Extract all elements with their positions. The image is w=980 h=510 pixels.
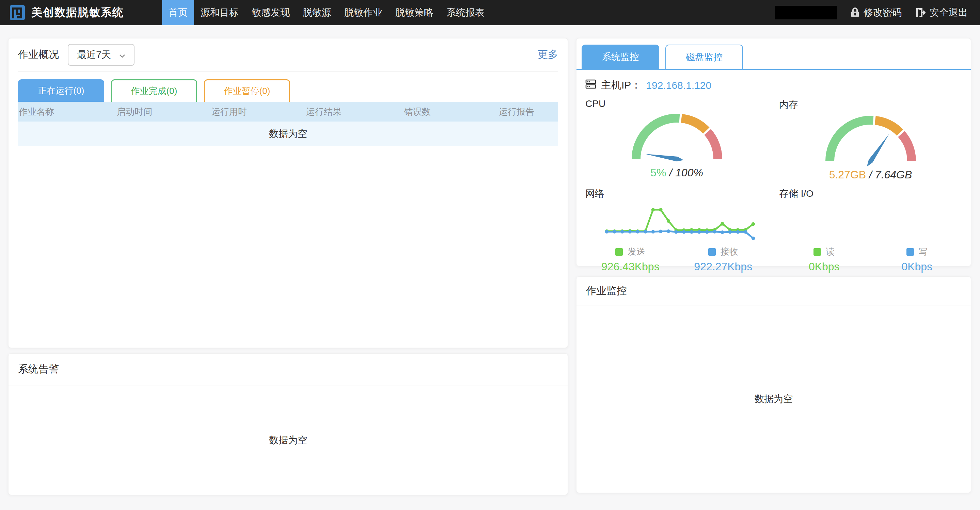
more-link[interactable]: 更多 — [538, 48, 558, 62]
right-column: 系统监控磁盘监控 主机IP： 192.168.1.120 CPU 5% / 10… — [576, 38, 971, 493]
job-status-tab-1[interactable]: 作业完成(0) — [111, 79, 197, 102]
net_line-legend-1: 接收922.27Kbps — [677, 246, 770, 273]
nav-item-2[interactable]: 敏感发现 — [245, 0, 296, 25]
system-alerts-panel: 系统告警 数据为空 — [8, 353, 568, 495]
logout-label: 安全退出 — [930, 6, 968, 19]
storage-io-label: 存储 I/O — [779, 187, 963, 200]
navbar-right: 修改密码 安全退出 — [775, 0, 968, 25]
monitor-tab-1[interactable]: 磁盘监控 — [665, 44, 743, 69]
legend-swatch-icon — [813, 248, 821, 256]
nav-item-1[interactable]: 源和目标 — [194, 0, 245, 25]
left-column: 作业概况 最近7天 更多 正在运行(0)作业完成(0)作业暂停(0) 作业名称启… — [8, 38, 568, 495]
legend-swatch-icon — [615, 248, 623, 256]
nav-item-3[interactable]: 脱敏源 — [296, 0, 338, 25]
job-table-empty-row: 数据为空 — [18, 122, 558, 146]
job-status-tab-0[interactable]: 正在运行(0) — [18, 79, 104, 102]
io_line-legend-1: 写0Kbps — [871, 246, 964, 273]
server-icon — [585, 79, 596, 92]
network-chart-cell: 网络 发送926.43Kbps接收922.27Kbps — [584, 181, 770, 273]
job-monitor-header: 作业监控 — [576, 277, 971, 305]
network-label: 网络 — [585, 187, 770, 200]
chevron-down-icon — [119, 49, 125, 60]
system-alerts-header: 系统告警 — [8, 354, 568, 385]
job-table-col-3: 运行结果 — [305, 106, 404, 118]
monitor-panel: 系统监控磁盘监控 主机IP： 192.168.1.120 CPU 5% / 10… — [576, 38, 971, 266]
cpu-gauge-cell: CPU 5% / 100% — [584, 92, 770, 181]
lock-icon — [851, 8, 859, 18]
monitor-tab-0[interactable]: 系统监控 — [582, 44, 659, 69]
cpu-gauge-chart: 5% / 100% — [584, 109, 770, 179]
legend-swatch-icon — [907, 248, 914, 256]
cpu_gauge-value: 5% / 100% — [584, 167, 770, 179]
job-overview-panel: 作业概况 最近7天 更多 正在运行(0)作业完成(0)作业暂停(0) 作业名称启… — [8, 38, 568, 348]
net_line-legend-0: 发送926.43Kbps — [584, 246, 677, 273]
logout-button[interactable]: 安全退出 — [915, 6, 968, 19]
nav-item-0[interactable]: 首页 — [162, 0, 194, 25]
mem_gauge-value: 5.27GB / 7.64GB — [778, 168, 963, 181]
change-password-label: 修改密码 — [864, 6, 902, 19]
job-overview-header: 作业概况 最近7天 更多 — [18, 38, 558, 71]
job-table-col-0: 作业名称 — [18, 106, 116, 118]
job-table-col-4: 错误数 — [404, 106, 498, 118]
host-ip-value: 192.168.1.120 — [646, 79, 711, 91]
cpu-label: CPU — [585, 99, 770, 109]
brand-area: 美创数据脱敏系统 — [0, 0, 124, 25]
memory-gauge-cell: 内存 5.27GB / 7.64GB — [778, 92, 963, 181]
memory-gauge-chart: 5.27GB / 7.64GB — [778, 111, 963, 181]
monitor-tabs: 系统监控磁盘监控 — [576, 38, 971, 70]
username-redacted — [775, 6, 837, 19]
date-range-select[interactable]: 最近7天 — [68, 44, 135, 66]
io_line-legend-0: 读0Kbps — [778, 246, 871, 273]
job-table-col-2: 运行用时 — [211, 106, 305, 118]
network-line-chart: 发送926.43Kbps接收922.27Kbps — [584, 202, 770, 273]
page-content: 作业概况 最近7天 更多 正在运行(0)作业完成(0)作业暂停(0) 作业名称启… — [0, 25, 980, 495]
legend-swatch-icon — [708, 248, 716, 256]
nav-item-5[interactable]: 脱敏策略 — [389, 0, 440, 25]
job-status-tab-2[interactable]: 作业暂停(0) — [204, 79, 290, 102]
change-password-button[interactable]: 修改密码 — [851, 6, 902, 19]
job-table-header: 作业名称启动时间运行用时运行结果错误数运行报告 — [18, 102, 558, 122]
nav-item-4[interactable]: 脱敏作业 — [338, 0, 389, 25]
app-title: 美创数据脱敏系统 — [31, 5, 124, 20]
storage-io-chart: 读0Kbps写0Kbps — [778, 202, 963, 273]
date-range-value: 最近7天 — [77, 48, 111, 61]
memory-label: 内存 — [779, 99, 963, 111]
main-nav: 首页源和目标敏感发现脱敏源脱敏作业脱敏策略系统报表 — [162, 0, 491, 25]
top-navbar: 美创数据脱敏系统 首页源和目标敏感发现脱敏源脱敏作业脱敏策略系统报表 修改密码 — [0, 0, 980, 25]
job-monitor-title: 作业监控 — [586, 284, 627, 298]
io_line-legend: 读0Kbps写0Kbps — [778, 246, 963, 273]
storage-io-cell: 存储 I/O 读0Kbps写0Kbps — [778, 181, 963, 273]
exit-door-icon — [915, 8, 926, 18]
job-overview-title: 作业概况 — [18, 48, 59, 62]
job-table-col-5: 运行报告 — [498, 106, 559, 118]
job-table-empty-text: 数据为空 — [269, 127, 307, 140]
monitor-grid: CPU 5% / 100% 内存 5.27GB / 7.64GB 网络 发送92… — [576, 92, 971, 273]
system-alerts-empty-text: 数据为空 — [8, 385, 568, 495]
job-monitor-panel: 作业监控 数据为空 — [576, 276, 971, 493]
job-table-col-1: 启动时间 — [116, 106, 211, 118]
host-ip-label: 主机IP： — [601, 78, 641, 92]
host-ip-row: 主机IP： 192.168.1.120 — [585, 78, 971, 92]
app-logo-icon — [10, 5, 25, 21]
job-monitor-empty-text: 数据为空 — [576, 305, 971, 493]
net_line-legend: 发送926.43Kbps接收922.27Kbps — [584, 246, 770, 273]
system-alerts-title: 系统告警 — [18, 362, 59, 376]
job-status-tabs: 正在运行(0)作业完成(0)作业暂停(0) — [18, 79, 558, 102]
nav-item-6[interactable]: 系统报表 — [440, 0, 491, 25]
